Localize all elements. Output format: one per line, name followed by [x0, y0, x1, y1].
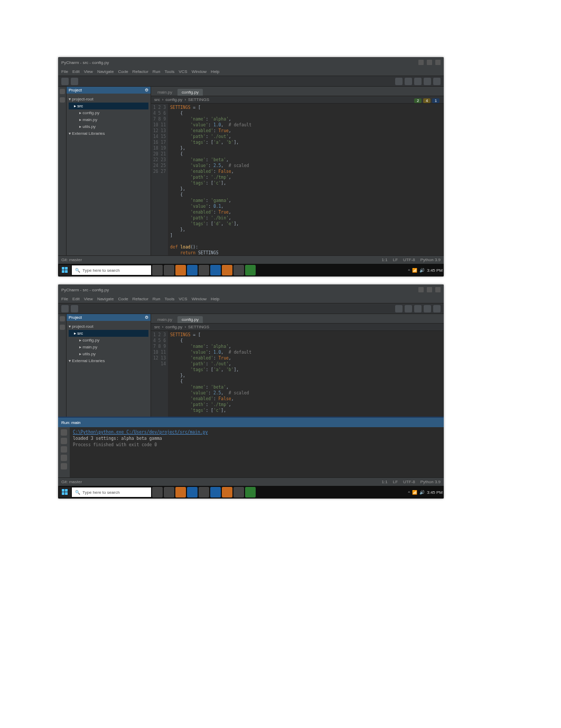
status-python[interactable]: Python 3.9 — [420, 257, 441, 262]
status-branch[interactable]: Git: master — [61, 480, 82, 484]
build-icon[interactable] — [395, 78, 403, 85]
menu-code[interactable]: Code — [118, 69, 128, 74]
crumb-config.py[interactable]: config.py — [165, 97, 182, 102]
console-output[interactable]: C:\Python\python.exe C:/Users/dev/projec… — [70, 427, 444, 477]
wifi-icon[interactable]: 📶 — [412, 490, 417, 495]
tree-item-src[interactable]: ▸ src — [69, 330, 148, 337]
maximize-button[interactable] — [427, 287, 432, 292]
app-icon-3[interactable] — [187, 487, 198, 497]
up-icon[interactable] — [61, 446, 67, 453]
tray-time[interactable]: 3:45 PM — [427, 268, 443, 273]
menu-file[interactable]: File — [61, 69, 68, 74]
chevron-up-icon[interactable]: ^ — [408, 268, 410, 273]
tab-main[interactable]: main.py — [153, 89, 176, 96]
minimize-button[interactable] — [418, 287, 424, 292]
system-tray[interactable]: ^ 📶 🔊 3:45 PM — [408, 490, 443, 495]
tree-item-utils-py[interactable]: ▸ utils.py — [69, 351, 148, 357]
close-button[interactable] — [435, 60, 441, 65]
minimize-button[interactable] — [418, 60, 424, 65]
tree-item-config-py[interactable]: ▸ config.py — [69, 337, 148, 344]
tree-item-config-py[interactable]: ▸ config.py — [69, 109, 148, 116]
app-icon-4[interactable] — [199, 265, 209, 275]
task-view-icon[interactable] — [152, 265, 163, 275]
tab-config[interactable]: config.py — [177, 89, 203, 96]
menu-navigate[interactable]: Navigate — [97, 297, 114, 301]
status-enc[interactable]: UTF-8 — [403, 257, 415, 262]
badge-info[interactable]: 1 — [432, 98, 440, 103]
taskbar-search[interactable]: 🔍 Type here to search — [72, 487, 151, 497]
app-icon-4[interactable] — [199, 487, 209, 497]
tree-item-main-py[interactable]: ▸ main.py — [69, 344, 148, 351]
app-icon-2[interactable] — [175, 265, 186, 275]
badge-ok[interactable]: 2 — [414, 98, 422, 103]
chevron-up-icon[interactable]: ^ — [408, 490, 410, 495]
gear-icon[interactable]: ⚙ — [145, 88, 148, 93]
structure-tool-icon[interactable] — [60, 97, 65, 103]
wifi-icon[interactable]: 📶 — [412, 268, 417, 273]
app-icon-8[interactable] — [245, 487, 256, 497]
tree-item-main-py[interactable]: ▸ main.py — [69, 116, 148, 123]
system-tray[interactable]: ^ 📶 🔊 3:45 PM — [408, 268, 443, 273]
menu-code[interactable]: Code — [118, 297, 128, 301]
forward-icon[interactable] — [71, 305, 78, 312]
close-button[interactable] — [435, 287, 441, 292]
search-icon[interactable] — [433, 78, 441, 85]
app-icon-5[interactable] — [210, 487, 221, 497]
structure-tool-icon[interactable] — [60, 325, 65, 330]
code-editor[interactable]: SETTINGS = [ { 'name': 'alpha', 'value':… — [168, 331, 444, 417]
taskbar-search[interactable]: 🔍 Type here to search — [72, 265, 151, 275]
menu-refactor[interactable]: Refactor — [133, 69, 148, 74]
app-icon-7[interactable] — [233, 487, 244, 497]
debug-icon[interactable] — [414, 305, 422, 312]
stop-icon[interactable] — [424, 78, 431, 85]
crumb-config.py[interactable]: config.py — [165, 325, 182, 329]
menu-file[interactable]: File — [61, 297, 68, 301]
menu-tools[interactable]: Tools — [165, 297, 175, 301]
volume-icon[interactable]: 🔊 — [419, 268, 425, 273]
status-branch[interactable]: Git: master — [61, 257, 82, 262]
menu-help[interactable]: Help — [211, 297, 219, 301]
volume-icon[interactable]: 🔊 — [419, 490, 425, 495]
status-python[interactable]: Python 3.9 — [420, 480, 441, 484]
app-icon-6[interactable] — [222, 265, 232, 275]
project-panel-header[interactable]: Project ⚙ — [67, 87, 151, 94]
crumb-src[interactable]: src — [154, 97, 160, 102]
menu-window[interactable]: Window — [192, 297, 207, 301]
menu-view[interactable]: View — [84, 69, 93, 74]
stop-icon[interactable] — [61, 438, 67, 444]
crumb-SETTINGS[interactable]: SETTINGS — [188, 325, 209, 329]
tree-item-utils-py[interactable]: ▸ utils.py — [69, 123, 148, 130]
app-icon-1[interactable] — [164, 265, 174, 275]
app-icon-3[interactable] — [187, 265, 198, 275]
badge-warn[interactable]: 4 — [423, 98, 431, 103]
tray-time[interactable]: 3:45 PM — [427, 490, 443, 495]
task-view-icon[interactable] — [152, 487, 163, 497]
tree-item-project-root[interactable]: ▾ project-root — [69, 323, 148, 330]
tab-main[interactable]: main.py — [153, 316, 176, 323]
app-icon-5[interactable] — [210, 265, 221, 275]
stop-icon[interactable] — [424, 305, 431, 312]
gear-icon[interactable]: ⚙ — [145, 315, 148, 320]
start-button[interactable] — [59, 487, 71, 497]
debug-icon[interactable] — [414, 78, 422, 85]
tree-item-project-root[interactable]: ▾ project-root — [69, 96, 148, 103]
status-lf[interactable]: LF — [393, 480, 398, 484]
menu-view[interactable]: View — [84, 297, 93, 301]
menu-edit[interactable]: Edit — [72, 69, 80, 74]
app-icon-7[interactable] — [233, 265, 244, 275]
status-pos[interactable]: 1:1 — [382, 480, 388, 484]
project-tool-icon[interactable] — [60, 316, 65, 321]
code-editor[interactable]: SETTINGS = [ { 'name': 'alpha', 'value':… — [168, 104, 444, 255]
status-enc[interactable]: UTF-8 — [403, 480, 415, 484]
forward-icon[interactable] — [71, 78, 78, 85]
maximize-button[interactable] — [427, 60, 432, 65]
tree-item-src[interactable]: ▸ src — [69, 103, 148, 109]
app-icon-1[interactable] — [164, 487, 174, 497]
run-header[interactable]: Run: main — [58, 418, 444, 427]
menu-tools[interactable]: Tools — [165, 69, 175, 74]
tree-item-External-Libraries[interactable]: ▾ External Libraries — [69, 130, 148, 137]
menu-navigate[interactable]: Navigate — [97, 69, 114, 74]
rerun-icon[interactable] — [61, 429, 67, 436]
down-icon[interactable] — [61, 455, 67, 461]
run-icon[interactable] — [405, 305, 412, 312]
